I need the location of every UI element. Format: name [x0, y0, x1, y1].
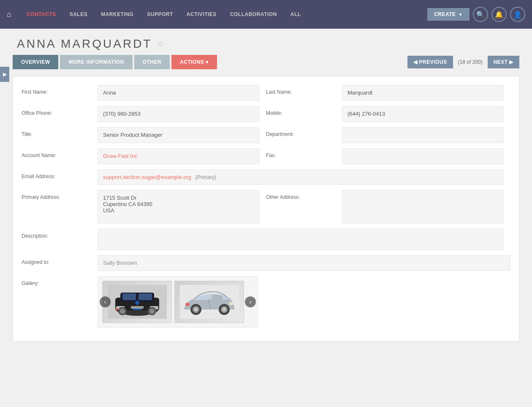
create-button[interactable]: CREATE ▼ — [427, 8, 470, 21]
tab-more-information[interactable]: MORE INFORMATION — [60, 55, 132, 69]
svg-point-24 — [229, 302, 234, 305]
svg-rect-5 — [138, 293, 152, 300]
detail-card: First Name: Anna Last Name: Marquardt Of… — [13, 76, 519, 342]
tabs-right: ◀ PREVIOUS (18 of 200) NEXT ▶ — [407, 56, 519, 68]
svg-rect-14 — [133, 309, 141, 310]
email-row: Email Address: support.section.sugar@exa… — [22, 169, 510, 185]
create-label: CREATE — [434, 11, 456, 17]
description-value — [98, 229, 504, 250]
nav-item-contacts[interactable]: CONTACTS — [20, 0, 63, 29]
fax-label: Fax: — [266, 148, 342, 163]
description-label: Description: — [22, 229, 98, 250]
last-name-value: Marquardt — [342, 85, 504, 101]
gallery-next-button[interactable]: › — [245, 296, 256, 307]
search-icon: 🔍 — [476, 11, 485, 19]
tab-overview[interactable]: OVERVIEW — [13, 55, 58, 69]
primary-address-value: 1715 Scott Dr Cupertino CA 64395 USA — [98, 190, 259, 224]
svg-rect-12 — [131, 306, 144, 309]
svg-rect-15 — [115, 309, 119, 310]
department-label: Department: — [266, 127, 342, 141]
nav-item-collaboration[interactable]: COLLABORATION — [223, 0, 284, 29]
office-phone-label: Office Phone: — [22, 106, 98, 120]
description-row: Description: — [22, 229, 510, 250]
contact-header: ANNA MARQUARDT ☆ — [0, 29, 532, 55]
first-name-value: Anna — [98, 85, 259, 101]
primary-address-line3: USA — [103, 207, 254, 214]
car-side-svg — [180, 285, 239, 319]
primary-address-line2: Cupertino CA 64395 — [103, 201, 254, 207]
next-button[interactable]: NEXT ▶ — [488, 56, 519, 68]
phone-row: Office Phone: (370) 980-2853 Mobile: (64… — [22, 106, 510, 122]
bell-icon: 🔔 — [495, 11, 503, 19]
gallery-image-1[interactable] — [102, 281, 172, 323]
first-name-label: First Name: — [22, 85, 98, 99]
gallery-image-2[interactable] — [174, 281, 244, 323]
gallery-container: ‹ — [98, 276, 258, 328]
assigned-value: Sally Bronsen — [98, 255, 510, 271]
car-rear-svg — [108, 285, 167, 319]
last-name-label: Last Name: — [266, 85, 342, 99]
user-icon: 👤 — [513, 11, 522, 19]
nav-item-marketing[interactable]: MARKETING — [94, 0, 140, 29]
svg-point-11 — [149, 309, 155, 314]
svg-point-9 — [120, 309, 125, 314]
email-value-box: support.section.sugar@example.org (Prima… — [98, 169, 504, 185]
favorite-star-icon[interactable]: ☆ — [157, 39, 165, 49]
nav-item-support[interactable]: SUPPORT — [140, 0, 180, 29]
email-primary-badge: (Primary) — [195, 174, 216, 180]
title-row: Title: Senior Product Manager Department… — [22, 127, 510, 143]
contact-full-name: ANNA MARQUARDT — [17, 37, 152, 51]
fax-value — [342, 148, 504, 164]
assigned-label: Assigned to: — [22, 255, 98, 271]
primary-address-line1: 1715 Scott Dr — [103, 195, 254, 201]
account-name-label: Account Name: — [22, 148, 98, 163]
gallery-prev-button[interactable]: ‹ — [100, 296, 111, 307]
home-icon: ⌂ — [7, 10, 11, 19]
account-name-value[interactable]: Grow-Fast Inc — [98, 148, 259, 164]
sidebar-toggle[interactable]: ▶ — [0, 67, 9, 82]
previous-button[interactable]: ◀ PREVIOUS — [407, 56, 453, 68]
tab-actions[interactable]: ACTIONS ▾ — [171, 55, 217, 69]
address-row: Primary Address: 1715 Scott Dr Cupertino… — [22, 190, 510, 224]
nav-item-activities[interactable]: ACTIVITIES — [180, 0, 223, 29]
svg-point-19 — [194, 308, 198, 311]
gallery-row: Gallery: ‹ — [22, 276, 510, 328]
other-address-label: Other Address: — [266, 190, 342, 204]
account-row: Account Name: Grow-Fast Inc Fax: — [22, 148, 510, 164]
nav-right: CREATE ▼ 🔍 🔔 👤 — [427, 7, 525, 22]
tab-other[interactable]: OTHER — [134, 55, 170, 69]
mobile-value: (644) 276-0413 — [342, 106, 504, 122]
top-navigation: ⌂ CONTACTS SALES MARKETING SUPPORT ACTIV… — [0, 0, 532, 29]
svg-point-25 — [185, 303, 190, 306]
name-row: First Name: Anna Last Name: Marquardt — [22, 85, 510, 101]
create-caret: ▼ — [459, 12, 463, 17]
nav-items: CONTACTS SALES MARKETING SUPPORT ACTIVIT… — [20, 0, 427, 29]
email-value[interactable]: support.section.sugar@example.org — [103, 174, 191, 180]
office-phone-value: (370) 980-2853 — [98, 106, 259, 122]
svg-rect-4 — [122, 293, 136, 300]
other-address-value — [342, 190, 504, 224]
gallery-inner — [102, 281, 253, 323]
search-button[interactable]: 🔍 — [473, 7, 488, 22]
gallery-label: Gallery: — [22, 276, 98, 328]
svg-point-22 — [223, 308, 226, 311]
mobile-label: Mobile: — [266, 106, 342, 120]
tabs-bar: OVERVIEW MORE INFORMATION OTHER ACTIONS … — [0, 55, 532, 69]
primary-address-label: Primary Address: — [22, 190, 98, 204]
page-wrapper: ▶ ANNA MARQUARDT ☆ OVERVIEW MORE INFORMA… — [0, 29, 532, 407]
title-label: Title: — [22, 127, 98, 141]
tabs-left: OVERVIEW MORE INFORMATION OTHER ACTIONS … — [13, 55, 217, 69]
nav-item-all[interactable]: ALL — [284, 0, 308, 29]
svg-point-13 — [135, 301, 139, 305]
home-button[interactable]: ⌂ — [7, 10, 11, 19]
sidebar-toggle-icon: ▶ — [3, 71, 7, 77]
page-count: (18 of 200) — [456, 59, 485, 65]
nav-item-sales[interactable]: SALES — [63, 0, 95, 29]
assigned-row: Assigned to: Sally Bronsen — [22, 255, 510, 271]
notifications-button[interactable]: 🔔 — [491, 7, 507, 22]
email-label: Email Address: — [22, 169, 98, 185]
user-menu-button[interactable]: 👤 — [510, 7, 525, 22]
title-value: Senior Product Manager — [98, 127, 259, 143]
department-value — [342, 127, 504, 143]
